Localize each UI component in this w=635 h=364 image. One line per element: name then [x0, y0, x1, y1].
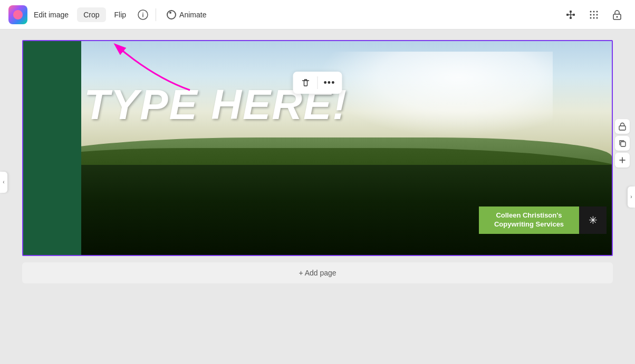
left-sidebar-toggle[interactable]: ‹	[0, 172, 7, 193]
add-page-button[interactable]: + Add page	[22, 262, 613, 283]
element-action-bar: •••	[293, 72, 342, 94]
svg-point-11	[590, 17, 592, 18]
branding-snowflake-icon: ✳	[579, 206, 607, 234]
tool-icon-button[interactable]	[561, 5, 580, 24]
branding-bar[interactable]: Colleen Christison'sCopywriting Services…	[479, 206, 607, 234]
canva-logo[interactable]	[8, 5, 27, 24]
toolbar-right	[561, 5, 627, 24]
svg-point-10	[596, 14, 598, 15]
flip-button[interactable]: Flip	[108, 7, 133, 22]
left-chevron-icon: ‹	[3, 179, 4, 185]
clouds	[318, 52, 553, 137]
svg-point-12	[593, 17, 595, 18]
lock-aspect-button[interactable]	[615, 119, 630, 134]
animate-icon	[167, 10, 176, 19]
grid-icon-button[interactable]	[584, 5, 603, 24]
svg-rect-18	[621, 142, 626, 146]
more-options-button[interactable]: •••	[321, 74, 338, 91]
svg-rect-3	[573, 14, 575, 16]
duplicate-element-button[interactable]	[615, 136, 630, 151]
svg-point-5	[590, 11, 592, 12]
branding-name: Colleen Christison'sCopywriting Services	[479, 206, 579, 234]
svg-point-8	[590, 14, 592, 15]
canvas-right-icons	[615, 119, 630, 168]
add-element-button[interactable]	[615, 153, 630, 168]
toolbar: Edit image Crop Flip Animate	[0, 0, 635, 29]
svg-rect-4	[570, 17, 572, 19]
right-sidebar-toggle[interactable]: ›	[628, 186, 635, 208]
add-page-label: + Add page	[299, 269, 336, 277]
edit-image-button[interactable]: Edit image	[27, 7, 75, 22]
green-side-panel	[23, 41, 81, 255]
svg-rect-17	[619, 126, 626, 130]
right-chevron-icon: ›	[630, 194, 632, 200]
svg-point-7	[596, 11, 598, 12]
animate-button[interactable]: Animate	[160, 7, 213, 23]
animate-label: Animate	[179, 11, 206, 19]
delete-element-button[interactable]	[297, 74, 314, 91]
svg-point-9	[593, 14, 595, 15]
lock-icon-button[interactable]	[608, 5, 627, 24]
info-button[interactable]	[134, 6, 151, 23]
svg-rect-1	[566, 14, 569, 16]
toolbar-nav: Edit image Crop Flip Animate	[27, 6, 561, 23]
separator	[156, 8, 156, 21]
svg-point-6	[593, 11, 595, 12]
svg-point-15	[617, 16, 618, 17]
svg-point-13	[596, 17, 598, 18]
main-canvas-area: ••• TYPE HERE! C	[0, 29, 635, 364]
svg-rect-2	[570, 11, 572, 13]
action-divider	[318, 76, 318, 89]
more-dots-icon: •••	[324, 77, 335, 88]
crop-button[interactable]: Crop	[77, 7, 105, 22]
